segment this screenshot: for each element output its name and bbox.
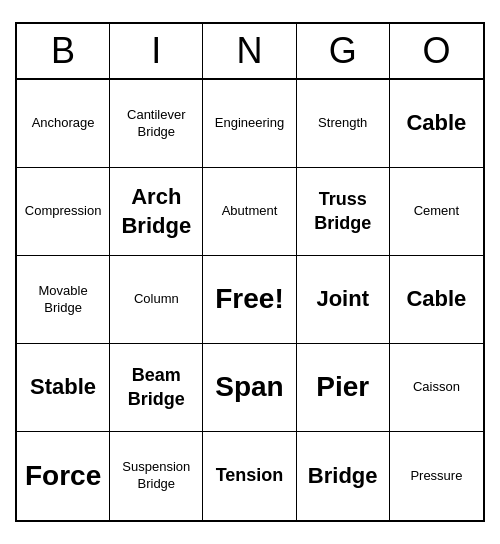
bingo-header: BINGO (17, 24, 483, 80)
bingo-cell[interactable]: Tension (203, 432, 296, 520)
bingo-cell[interactable]: Pressure (390, 432, 483, 520)
cell-text: Abutment (222, 203, 278, 220)
header-letter: N (203, 24, 296, 78)
cell-text: Stable (30, 373, 96, 402)
cell-text: Free! (215, 281, 283, 317)
cell-text: Column (134, 291, 179, 308)
cell-text: Joint (316, 285, 369, 314)
bingo-cell[interactable]: Arch Bridge (110, 168, 203, 256)
bingo-cell[interactable]: Cable (390, 80, 483, 168)
cell-text: Span (215, 369, 283, 405)
bingo-cell[interactable]: Beam Bridge (110, 344, 203, 432)
cell-text: Bridge (308, 462, 378, 491)
bingo-cell[interactable]: Span (203, 344, 296, 432)
cell-text: Arch Bridge (114, 183, 198, 240)
cell-text: Pressure (410, 468, 462, 485)
header-letter: G (297, 24, 390, 78)
bingo-cell[interactable]: Anchorage (17, 80, 110, 168)
bingo-cell[interactable]: Truss Bridge (297, 168, 390, 256)
cell-text: Beam Bridge (114, 364, 198, 411)
bingo-cell[interactable]: Compression (17, 168, 110, 256)
bingo-cell[interactable]: Suspension Bridge (110, 432, 203, 520)
bingo-cell[interactable]: Abutment (203, 168, 296, 256)
header-letter: B (17, 24, 110, 78)
cell-text: Cantilever Bridge (114, 107, 198, 141)
cell-text: Movable Bridge (21, 283, 105, 317)
bingo-cell[interactable]: Engineering (203, 80, 296, 168)
header-letter: O (390, 24, 483, 78)
cell-text: Pier (316, 369, 369, 405)
bingo-cell[interactable]: Stable (17, 344, 110, 432)
bingo-grid: AnchorageCantilever BridgeEngineeringStr… (17, 80, 483, 520)
bingo-cell[interactable]: Cantilever Bridge (110, 80, 203, 168)
cell-text: Force (25, 458, 101, 494)
cell-text: Compression (25, 203, 102, 220)
bingo-cell[interactable]: Movable Bridge (17, 256, 110, 344)
bingo-cell[interactable]: Joint (297, 256, 390, 344)
bingo-cell[interactable]: Column (110, 256, 203, 344)
cell-text: Strength (318, 115, 367, 132)
bingo-cell[interactable]: Strength (297, 80, 390, 168)
cell-text: Caisson (413, 379, 460, 396)
cell-text: Anchorage (32, 115, 95, 132)
bingo-cell[interactable]: Pier (297, 344, 390, 432)
header-letter: I (110, 24, 203, 78)
bingo-cell[interactable]: Caisson (390, 344, 483, 432)
bingo-card: BINGO AnchorageCantilever BridgeEngineer… (15, 22, 485, 522)
cell-text: Cable (406, 285, 466, 314)
cell-text: Suspension Bridge (114, 459, 198, 493)
cell-text: Cement (414, 203, 460, 220)
cell-text: Tension (216, 464, 284, 487)
bingo-cell[interactable]: Free! (203, 256, 296, 344)
bingo-cell[interactable]: Bridge (297, 432, 390, 520)
cell-text: Engineering (215, 115, 284, 132)
cell-text: Cable (406, 109, 466, 138)
bingo-cell[interactable]: Force (17, 432, 110, 520)
cell-text: Truss Bridge (301, 188, 385, 235)
bingo-cell[interactable]: Cable (390, 256, 483, 344)
bingo-cell[interactable]: Cement (390, 168, 483, 256)
